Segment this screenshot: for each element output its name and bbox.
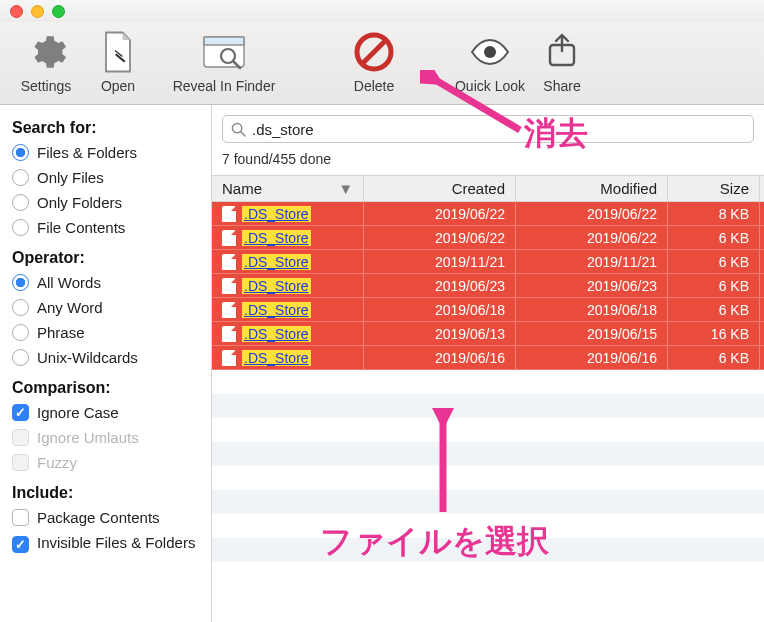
cell-modified: 2019/06/22: [516, 226, 668, 249]
sidebar: Search for: Files & Folders Only Files O…: [0, 105, 212, 622]
check-ignore-case[interactable]: Ignore Case: [12, 403, 199, 422]
check-fuzzy: Fuzzy: [12, 453, 199, 472]
radio-only-files[interactable]: Only Files: [12, 168, 199, 187]
checkbox-icon: [12, 536, 29, 553]
cell-created: 2019/06/16: [364, 346, 516, 369]
table-row[interactable]: .DS_Store2019/06/232019/06/236 KB: [212, 274, 764, 298]
table-row[interactable]: .DS_Store2019/06/182019/06/186 KB: [212, 298, 764, 322]
eye-icon: [466, 28, 514, 76]
file-icon: [222, 350, 236, 366]
settings-label: Settings: [21, 78, 72, 94]
checkbox-icon: [12, 404, 29, 421]
cell-modified: 2019/06/15: [516, 322, 668, 345]
filename: .DS_Store: [242, 326, 311, 342]
file-icon: [222, 230, 236, 246]
cell-created: 2019/06/22: [364, 226, 516, 249]
table-row-empty: [212, 514, 764, 538]
check-package-contents[interactable]: Package Contents: [12, 508, 199, 527]
radio-only-folders[interactable]: Only Folders: [12, 193, 199, 212]
include-label: Include:: [12, 484, 199, 502]
table-row[interactable]: .DS_Store2019/11/212019/11/216 KB: [212, 250, 764, 274]
radio-icon: [12, 324, 29, 341]
cell-created: 2019/06/13: [364, 322, 516, 345]
open-button[interactable]: Open: [82, 28, 154, 94]
cell-size: 6 KB: [668, 346, 760, 369]
cell-size: 6 KB: [668, 298, 760, 321]
radio-icon: [12, 169, 29, 186]
delete-label: Delete: [354, 78, 394, 94]
cell-size: 16 KB: [668, 322, 760, 345]
search-icon: [231, 122, 246, 137]
file-icon: [222, 278, 236, 294]
document-icon: [94, 28, 142, 76]
svg-line-9: [241, 131, 245, 135]
radio-icon: [12, 194, 29, 211]
filename: .DS_Store: [242, 302, 311, 318]
table-row[interactable]: .DS_Store2019/06/132019/06/1516 KB: [212, 322, 764, 346]
cell-modified: 2019/06/18: [516, 298, 668, 321]
cell-modified: 2019/11/21: [516, 250, 668, 273]
svg-point-6: [484, 46, 496, 58]
radio-icon: [12, 349, 29, 366]
file-icon: [222, 326, 236, 342]
share-button[interactable]: Share: [526, 28, 598, 94]
search-for-label: Search for:: [12, 119, 199, 137]
close-window-button[interactable]: [10, 5, 23, 18]
radio-file-contents[interactable]: File Contents: [12, 218, 199, 237]
settings-button[interactable]: Settings: [10, 28, 82, 94]
check-invisible-files[interactable]: Invisible Files & Folders: [12, 533, 199, 554]
radio-any-word[interactable]: Any Word: [12, 298, 199, 317]
filename: .DS_Store: [242, 206, 311, 222]
cell-size: 8 KB: [668, 202, 760, 225]
quicklook-button[interactable]: Quick Look: [454, 28, 526, 94]
table-row-empty: [212, 466, 764, 490]
filename: .DS_Store: [242, 278, 311, 294]
table-row-empty: [212, 418, 764, 442]
minimize-window-button[interactable]: [31, 5, 44, 18]
filename: .DS_Store: [242, 254, 311, 270]
svg-line-5: [363, 41, 385, 63]
search-value: .ds_store: [252, 121, 745, 138]
col-created[interactable]: Created: [364, 176, 516, 201]
table-row[interactable]: .DS_Store2019/06/162019/06/166 KB: [212, 346, 764, 370]
col-name[interactable]: Name▼: [212, 176, 364, 201]
table-row-empty: [212, 370, 764, 394]
col-modified[interactable]: Modified: [516, 176, 668, 201]
operator-label: Operator:: [12, 249, 199, 267]
reveal-in-finder-button[interactable]: Reveal In Finder: [154, 28, 294, 94]
search-input[interactable]: .ds_store: [222, 115, 754, 143]
quicklook-label: Quick Look: [455, 78, 525, 94]
radio-unix-wildcards[interactable]: Unix-Wildcards: [12, 348, 199, 367]
cell-created: 2019/06/18: [364, 298, 516, 321]
radio-all-words[interactable]: All Words: [12, 273, 199, 292]
zoom-window-button[interactable]: [52, 5, 65, 18]
table-row-empty: [212, 442, 764, 466]
cell-created: 2019/06/22: [364, 202, 516, 225]
table-row[interactable]: .DS_Store2019/06/222019/06/226 KB: [212, 226, 764, 250]
cell-size: 6 KB: [668, 226, 760, 249]
filename: .DS_Store: [242, 350, 311, 366]
cell-modified: 2019/06/16: [516, 346, 668, 369]
table-row-empty: [212, 490, 764, 514]
cell-size: 6 KB: [668, 274, 760, 297]
delete-button[interactable]: Delete: [338, 28, 410, 94]
filename: .DS_Store: [242, 230, 311, 246]
table-header: Name▼ Created Modified Size: [212, 176, 764, 202]
col-size[interactable]: Size: [668, 176, 760, 201]
main-panel: .ds_store 7 found/455 done Name▼ Created…: [212, 105, 764, 622]
checkbox-icon: [12, 509, 29, 526]
radio-icon: [12, 274, 29, 291]
table-row[interactable]: .DS_Store2019/06/222019/06/228 KB: [212, 202, 764, 226]
radio-files-folders[interactable]: Files & Folders: [12, 143, 199, 162]
radio-phrase[interactable]: Phrase: [12, 323, 199, 342]
checkbox-icon: [12, 429, 29, 446]
reveal-label: Reveal In Finder: [173, 78, 276, 94]
table-row-empty: [212, 538, 764, 562]
file-icon: [222, 302, 236, 318]
svg-rect-1: [204, 37, 244, 45]
file-icon: [222, 206, 236, 222]
cell-size: 6 KB: [668, 250, 760, 273]
table-row-empty: [212, 394, 764, 418]
status-text: 7 found/455 done: [212, 147, 764, 175]
comparison-label: Comparison:: [12, 379, 199, 397]
